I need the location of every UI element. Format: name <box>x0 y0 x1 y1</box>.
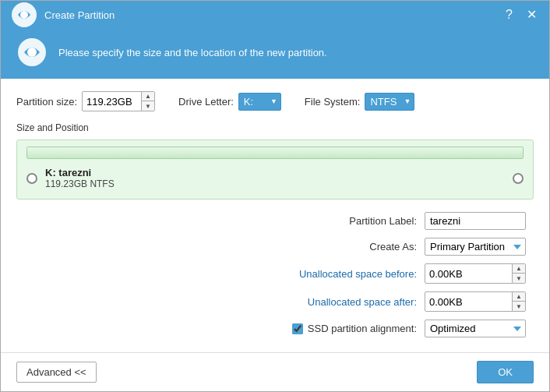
app-logo-icon <box>10 1 38 29</box>
partition-size-spinner[interactable]: ▲ ▼ <box>82 91 155 111</box>
size-position-section-label: Size and Position <box>16 122 534 133</box>
ok-button[interactable]: OK <box>477 361 534 383</box>
svg-point-1 <box>20 11 28 19</box>
file-system-select[interactable]: NTFS <box>365 93 414 111</box>
title-bar-controls: ? ✕ <box>502 7 540 23</box>
unallocated-after-arrows: ▲ ▼ <box>512 292 525 311</box>
disk-partition-detail: 119.23GB NTFS <box>45 178 505 189</box>
unallocated-after-spinner[interactable]: ▲ ▼ <box>425 291 526 312</box>
partition-size-arrows: ▲ ▼ <box>141 92 154 111</box>
unallocated-before-row: Unallocated space before: ▲ ▼ <box>24 263 526 284</box>
drive-letter-group: Drive Letter: K: <box>178 93 281 111</box>
ssd-alignment-label-wrapper: SSD partition alignment: <box>277 323 417 334</box>
ssd-alignment-checkbox[interactable] <box>292 323 303 334</box>
ssd-alignment-select[interactable]: Optimized None 4KB 8KB 16KB 32KB 64KB <box>425 320 526 337</box>
file-system-select-wrapper[interactable]: NTFS <box>365 93 414 111</box>
unallocated-before-down[interactable]: ▼ <box>513 274 525 283</box>
create-as-row: Create As: Primary Partition Logical Par… <box>24 238 526 256</box>
advanced-button[interactable]: Advanced << <box>16 362 97 383</box>
form-grid: Partition Label: Create As: Primary Part… <box>16 212 534 337</box>
unallocated-before-input[interactable] <box>425 266 512 282</box>
partition-size-label: Partition size: <box>16 96 77 108</box>
partition-size-up-arrow[interactable]: ▲ <box>142 92 154 101</box>
title-bar: Create Partition ? ✕ <box>1 1 549 29</box>
disk-bar-container <box>26 147 524 159</box>
ssd-alignment-label: SSD partition alignment: <box>308 323 417 334</box>
create-as-label: Create As: <box>277 241 417 253</box>
content-area: Partition size: ▲ ▼ Drive Letter: K: <box>1 79 549 352</box>
header-logo-icon <box>16 37 48 68</box>
top-fields-row: Partition size: ▲ ▼ Drive Letter: K: <box>16 91 534 111</box>
create-partition-dialog: Create Partition ? ✕ Please specify the … <box>0 0 550 392</box>
disk-partition-info: K: tarezni 119.23GB NTFS <box>45 167 505 189</box>
unallocated-before-arrows: ▲ ▼ <box>512 264 525 283</box>
ssd-alignment-row: SSD partition alignment: Optimized None … <box>24 320 526 337</box>
disk-handle-left[interactable] <box>26 173 37 184</box>
unallocated-before-spinner[interactable]: ▲ ▼ <box>425 263 526 284</box>
size-position-box: K: tarezni 119.23GB NTFS <box>16 139 534 200</box>
disk-handle-right[interactable] <box>513 173 524 184</box>
partition-label-input[interactable] <box>425 212 526 230</box>
unallocated-after-input[interactable] <box>425 294 512 310</box>
create-as-select[interactable]: Primary Partition Logical Partition <box>425 238 526 256</box>
unallocated-before-label: Unallocated space before: <box>277 268 417 280</box>
file-system-group: File System: NTFS <box>305 93 415 111</box>
drive-letter-select-wrapper[interactable]: K: <box>238 93 281 111</box>
header-banner: Please specify the size and the location… <box>1 29 549 79</box>
close-button[interactable]: ✕ <box>524 7 540 23</box>
title-bar-left: Create Partition <box>10 1 115 29</box>
header-text: Please specify the size and the location… <box>58 47 327 58</box>
footer: Advanced << OK <box>1 352 549 391</box>
help-button[interactable]: ? <box>502 7 516 23</box>
unallocated-after-label: Unallocated space after: <box>277 296 417 308</box>
unallocated-after-down[interactable]: ▼ <box>513 302 525 311</box>
unallocated-before-up[interactable]: ▲ <box>513 264 525 274</box>
unallocated-after-row: Unallocated space after: ▲ ▼ <box>24 291 526 312</box>
partition-label-field-label: Partition Label: <box>277 215 417 227</box>
partition-size-group: Partition size: ▲ ▼ <box>16 91 155 111</box>
ssd-checkbox-row: SSD partition alignment: <box>292 323 417 334</box>
drive-letter-label: Drive Letter: <box>178 96 234 108</box>
file-system-label: File System: <box>305 96 361 108</box>
disk-bar-fill <box>27 147 523 158</box>
partition-label-row: Partition Label: <box>24 212 526 230</box>
partition-size-down-arrow[interactable]: ▼ <box>142 101 154 111</box>
partition-size-input[interactable] <box>83 94 141 110</box>
unallocated-after-up[interactable]: ▲ <box>513 292 525 302</box>
svg-point-3 <box>27 48 37 57</box>
title-bar-title: Create Partition <box>44 9 115 21</box>
disk-partition-row: K: tarezni 119.23GB NTFS <box>26 167 524 189</box>
disk-partition-name: K: tarezni <box>45 167 505 178</box>
drive-letter-select[interactable]: K: <box>238 93 281 111</box>
